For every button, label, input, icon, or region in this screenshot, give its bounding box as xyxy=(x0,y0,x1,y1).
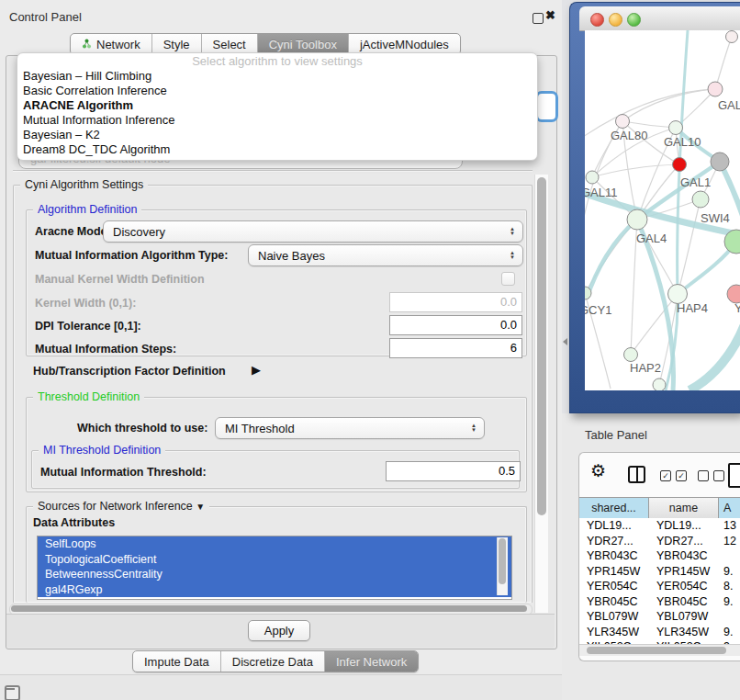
data-attributes-list[interactable]: SelfLoopsTopologicalCoefficientBetweenne… xyxy=(37,536,512,600)
tab-jactivemnodules[interactable]: jActiveMNodules xyxy=(349,34,460,54)
table-body: YDL19...YDL19...13YDR27...YDR27...12YBR0… xyxy=(579,518,740,644)
control-panel-title: Control Panel xyxy=(9,10,82,24)
mi-threshold-label: Mutual Information Threshold: xyxy=(40,466,207,479)
table-cell: YPR145W xyxy=(649,564,719,580)
table-cell: 9. xyxy=(719,625,740,640)
attribute-list-item[interactable]: TopologicalCoefficient xyxy=(38,552,511,568)
bottom-tab-infer-network[interactable]: Infer Network xyxy=(325,651,418,672)
table-row[interactable]: YBR043CYBR043C xyxy=(579,548,740,564)
network-node[interactable] xyxy=(692,191,709,208)
algorithm-option[interactable]: Bayesian – Hill Climbing xyxy=(17,69,537,84)
algorithm-option[interactable]: Mutual Information Inference xyxy=(17,113,537,128)
which-threshold-combo[interactable]: MI Threshold ▲▼ xyxy=(215,417,485,439)
gear-icon[interactable]: ⚙ xyxy=(590,460,606,481)
mi-steps-field[interactable]: 6 xyxy=(389,338,522,358)
settings-vertical-scrollbar[interactable] xyxy=(534,175,548,613)
select-all-checkboxes-icon[interactable]: ✓✓ xyxy=(660,470,687,481)
network-node-label: Y xyxy=(734,301,740,315)
zoom-traffic-light-icon[interactable] xyxy=(627,13,641,27)
deselect-all-checkboxes-icon[interactable] xyxy=(698,470,724,481)
network-node[interactable] xyxy=(653,378,666,390)
attribute-list-item[interactable]: gal4RGexp xyxy=(38,582,511,598)
minimized-panel-icon[interactable] xyxy=(5,685,20,700)
table-cell: YDR27... xyxy=(579,534,649,549)
apply-button[interactable]: Apply xyxy=(248,620,310,641)
cyni-bottom-tabs: Impute DataDiscretize DataInfer Network xyxy=(132,650,419,672)
table-cell: YDL19... xyxy=(649,518,719,534)
close-icon[interactable]: ✖ xyxy=(545,8,555,22)
network-node-label: GAL11 xyxy=(585,186,618,199)
network-node[interactable] xyxy=(624,348,638,362)
network-node-label: GAL1 xyxy=(680,175,711,189)
aracne-mode-combo[interactable]: Discovery ▲▼ xyxy=(103,220,523,243)
network-node-label: GAL xyxy=(718,98,740,112)
bottom-tab-impute-data[interactable]: Impute Data xyxy=(133,651,221,672)
cyni-algorithm-settings-title: Cyni Algorithm Settings xyxy=(20,178,148,191)
tab-label: Cyni Toolbox xyxy=(269,38,337,51)
focused-combo-fragment[interactable] xyxy=(535,91,558,122)
network-node-label: GAL4 xyxy=(636,231,667,245)
attribute-list-scrollbar[interactable] xyxy=(497,537,508,595)
tab-label: Network xyxy=(96,38,140,51)
network-node[interactable] xyxy=(727,285,740,303)
kernel-width-field[interactable]: 0.0 xyxy=(389,292,522,312)
mi-threshold-field[interactable]: 0.5 xyxy=(386,461,521,481)
network-view-window[interactable]: GALGAL80GAL10GAL1GAL11SWI4GAL4GCY1HAP4YH… xyxy=(569,2,740,413)
network-node[interactable] xyxy=(669,121,683,135)
table-cell: YER054C xyxy=(579,579,649,594)
table-row[interactable]: YBR045CYBR045C9. xyxy=(579,594,740,610)
network-node[interactable] xyxy=(627,209,647,230)
algorithm-option[interactable]: ARACNE Algorithm xyxy=(17,98,537,113)
table-horizontal-scrollbar[interactable] xyxy=(579,644,740,656)
split-pane-collapse-icon[interactable] xyxy=(563,338,567,345)
float-window-icon[interactable] xyxy=(533,13,544,24)
table-row[interactable]: YDR27...YDR27...12 xyxy=(579,534,740,549)
sources-group-title: Sources for Network Inference ▼ xyxy=(33,500,209,513)
which-threshold-label: Which threshold to use: xyxy=(77,422,207,435)
document-icon[interactable] xyxy=(728,463,740,488)
disclosure-triangle-icon[interactable]: ▶ xyxy=(252,363,261,377)
network-node[interactable] xyxy=(708,82,723,96)
network-node[interactable] xyxy=(616,115,630,129)
algorithm-option[interactable]: Basic Correlation Inference xyxy=(17,84,537,98)
network-node[interactable] xyxy=(673,158,687,172)
network-node[interactable] xyxy=(726,31,738,43)
tab-style[interactable]: Style xyxy=(152,34,202,54)
which-threshold-value: MI Threshold xyxy=(216,422,466,435)
tab-select[interactable]: Select xyxy=(202,34,258,54)
table-cell: YDL19... xyxy=(579,518,649,534)
network-canvas[interactable]: GALGAL80GAL10GAL1GAL11SWI4GAL4GCY1HAP4YH… xyxy=(585,30,740,390)
table-row[interactable]: YER054CYER054C8. xyxy=(579,579,740,594)
table-header-cell[interactable]: A xyxy=(719,498,740,518)
bottom-tab-discretize-data[interactable]: Discretize Data xyxy=(221,651,325,672)
collapse-triangle-icon[interactable]: ▼ xyxy=(196,502,205,512)
table-header-cell[interactable]: shared... xyxy=(579,498,649,518)
table-row[interactable]: YDL19...YDL19...13 xyxy=(579,518,740,534)
tab-network[interactable]: Network xyxy=(71,34,152,54)
attribute-list-item[interactable]: SelfLoops xyxy=(38,536,511,552)
manual-kernel-width-checkbox[interactable] xyxy=(501,272,515,286)
close-traffic-light-icon[interactable] xyxy=(590,13,604,27)
table-panel: ⚙ ✓✓ shared...nameA YDL19...YDL19...13YD… xyxy=(578,452,740,661)
network-window-titlebar[interactable] xyxy=(579,6,740,31)
table-row[interactable]: YPR145WYPR145W9. xyxy=(579,564,740,580)
table-header-cell[interactable]: name xyxy=(649,498,719,518)
network-node[interactable] xyxy=(711,152,729,171)
table-row[interactable]: YBL079WYBL079W xyxy=(579,609,740,625)
algorithm-definition-title: Algorithm Definition xyxy=(33,203,141,216)
tab-cyni-toolbox[interactable]: Cyni Toolbox xyxy=(258,34,349,54)
minimize-traffic-light-icon[interactable] xyxy=(609,13,622,27)
algorithm-option[interactable]: Bayesian – K2 xyxy=(17,128,537,142)
table-cell: 9. xyxy=(719,564,740,580)
combo-arrows-icon: ▲▼ xyxy=(505,227,522,236)
table-cell: 13 xyxy=(719,518,740,534)
mi-algorithm-type-combo[interactable]: Naive Bayes ▲▼ xyxy=(248,244,523,266)
attribute-list-item[interactable]: BetweennessCentrality xyxy=(38,567,511,582)
bottom-tab-label: Infer Network xyxy=(336,655,407,669)
table-row[interactable]: YLR345WYLR345W9. xyxy=(579,625,740,640)
algorithm-option[interactable]: Dream8 DC_TDC Algorithm xyxy=(17,142,537,157)
table-cell: YBR045C xyxy=(579,594,649,610)
split-columns-icon[interactable] xyxy=(628,466,645,483)
dpi-tolerance-field[interactable]: 0.0 xyxy=(389,315,522,335)
network-node[interactable] xyxy=(586,171,599,184)
